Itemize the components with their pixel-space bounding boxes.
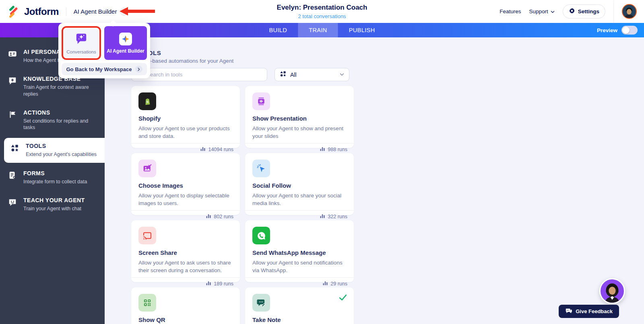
sidebar-item-desc: Train Agent for context aware replies [23,84,99,97]
tools-panel: TOOLS Rule-based automations for your Ag… [105,37,644,324]
chatface-icon [8,197,18,212]
sidebar-item-desc: Train your Agent with chat [23,205,85,212]
tab-build[interactable]: BUILD [258,23,298,37]
chevron-right-icon [135,66,142,73]
tool-card-screen-share[interactable]: Screen ShareAllow your Agent to ask user… [131,220,240,282]
sidebar-item-forms[interactable]: FORMSIntegrate form to collect data [0,165,105,190]
svg-text:S: S [146,100,149,104]
conversations-label: Conversations [66,49,96,54]
note-icon [252,294,270,312]
runs-count: 189 runs [214,281,233,287]
tools-heading: TOOLS [139,49,644,56]
category-filter-dropdown[interactable]: All [275,68,349,81]
conversations-icon [75,32,88,47]
preview-label: Preview [597,27,617,33]
preview-toggle[interactable] [621,26,638,35]
give-feedback-button[interactable]: Give Feedback [559,305,619,318]
cursor-icon [252,160,270,177]
bar-chart-icon [206,281,211,287]
tool-card-desc: Allow your Agent to ask users to share t… [138,259,233,274]
feedback-chat-icon [565,308,572,315]
sidebar-item-actions[interactable]: ACTIONSSet conditions for replies and ta… [0,105,105,136]
tool-card-desc: Allow your Agent to use your products an… [138,125,233,140]
builder-tabs: BUILDTRAINPUBLISH [258,23,386,37]
tool-card-desc: Allow your Agent to show and present you… [252,125,347,140]
sidebar-item-teach-your-agent[interactable]: TEACH YOUR AGENTTrain your Agent with ch… [0,192,105,217]
agent-title: Evelyn: Presentation Coach [277,4,367,12]
runs-count: 802 runs [214,214,233,219]
agent-avatar[interactable] [599,278,625,304]
tool-card-title: Show Presentation [252,115,347,122]
tool-card-send-whatsapp-message[interactable]: Send WhatsApp MessageAllow your Agent to… [245,220,354,282]
whatsapp-icon [252,227,270,244]
toggle-knob [622,27,630,34]
jotform-logo-icon[interactable] [7,6,19,18]
tool-card-take-note[interactable]: Take Note [245,287,354,324]
brand-name[interactable]: Jotform [24,6,59,17]
bar-chart-icon [206,214,211,219]
shopify-icon: S [138,92,156,110]
runs-count: 14094 runs [208,147,233,152]
runs-count: 322 runs [328,214,347,219]
persona-icon [8,49,18,64]
tab-publish[interactable]: PUBLISH [338,23,386,37]
sidebar-item-tools[interactable]: TOOLSExtend your Agent's capabilities [4,138,105,162]
sidebar-item-desc: Integrate form to collect data [23,178,87,185]
flag-icon [8,109,18,131]
tool-card-desc: Allow your Agent to display selectable i… [138,192,233,207]
shapes-icon [10,143,20,158]
gear-icon [569,8,575,15]
app-switcher-dropdown: Conversations AI Agent Builder Go Back t… [58,23,150,78]
tools-subheading: Rule-based automations for your Agent [139,58,644,64]
runs-count: 988 runs [328,147,347,152]
support-label: Support [529,8,548,14]
bar-chart-icon [320,214,325,219]
menu-item-conversations[interactable]: Conversations [64,29,99,57]
divider [66,7,66,16]
tool-card-shopify[interactable]: SShopifyAllow your Agent to use your pro… [131,86,240,148]
support-menu[interactable]: Support [529,8,554,14]
sidebar-item-title: ACTIONS [23,109,99,116]
ai-agent-builder-icon [119,33,132,45]
tool-card-title: Shopify [138,115,233,122]
tool-card-title: Choose Images [138,182,233,189]
form-icon [8,170,18,185]
chevron-down-icon [551,8,555,14]
chatplus-icon [8,76,18,97]
shapes-icon [280,70,287,79]
features-link[interactable]: Features [500,8,521,14]
app-switcher-label: AI Agent Builder [74,8,117,15]
tool-card-show-presentation[interactable]: Show PresentationAllow your Agent to sho… [245,86,354,148]
tab-train[interactable]: TRAIN [298,23,338,37]
search-input[interactable] [147,72,262,78]
bar-chart-icon [200,147,206,152]
user-avatar[interactable] [622,4,637,19]
sidebar-item-title: TEACH YOUR AGENT [23,197,85,203]
tool-card-desc: Allow your Agent to share your social me… [252,192,347,207]
builder-sidebar: AI PERSONAHow the Agent talksKNOWLEDGE B… [0,37,105,324]
tool-card-show-qr[interactable]: Show QR [131,287,240,324]
go-back-label: Go Back to My Workspace [66,66,132,72]
total-conversations-link[interactable]: 2 total conversations [277,13,367,19]
sidebar-item-title: FORMS [23,170,87,176]
qr-icon [138,294,156,312]
sidebar-item-title: TOOLS [26,143,97,149]
tool-card-title: Take Note [252,316,347,323]
settings-button[interactable]: Settings [563,4,605,18]
enabled-check-icon [339,293,347,303]
top-header: Jotform AI Agent Builder Evelyn: Present… [0,0,644,23]
images-icon [138,160,156,177]
search-box [131,68,267,81]
presentation-icon [252,92,270,110]
go-back-workspace-button[interactable]: Go Back to My Workspace [62,63,147,75]
tool-card-title: Send WhatsApp Message [252,249,347,256]
filter-selected-value: All [290,72,297,78]
tool-card-choose-images[interactable]: Choose ImagesAllow your Agent to display… [131,153,240,215]
annotation-red-box: Conversations [62,26,101,60]
tool-card-social-follow[interactable]: Social FollowAllow your Agent to share y… [245,153,354,215]
tool-card-title: Social Follow [252,182,347,189]
tool-card-desc: Allow your Agent to send notifications v… [252,259,347,274]
menu-item-ai-agent-builder[interactable]: AI Agent Builder [104,26,147,60]
settings-label: Settings [578,8,599,14]
screencast-icon [138,227,156,244]
